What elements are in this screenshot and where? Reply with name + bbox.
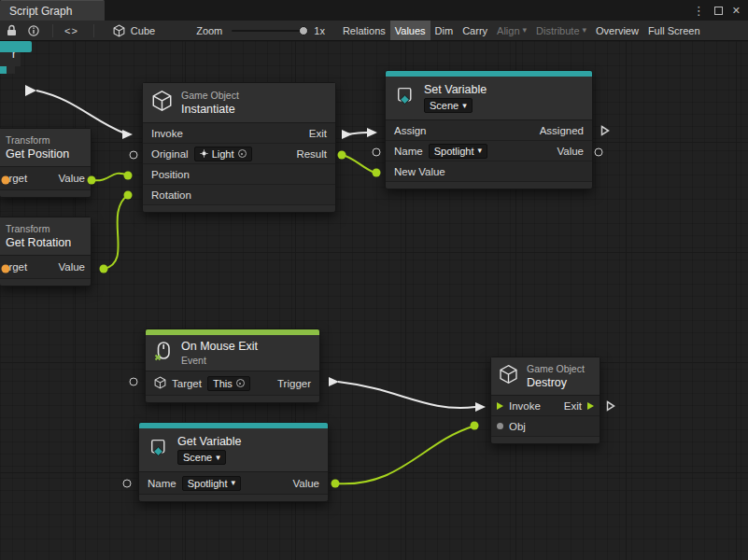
- node-category: Game Object: [181, 90, 239, 101]
- exit-port-label: Exit: [564, 400, 582, 412]
- port-assigned-output[interactable]: [600, 123, 610, 140]
- node-header: Game Object Instantiate: [143, 83, 335, 122]
- variable-scope-dropdown[interactable]: Scene ▾: [177, 450, 226, 465]
- node-destroy[interactable]: Game Object Destroy Invoke Exit Obj: [490, 357, 600, 444]
- node-title: Get Position: [6, 147, 69, 161]
- cube-icon: [113, 24, 125, 37]
- values-button[interactable]: Values: [390, 21, 430, 40]
- relations-button[interactable]: Relations: [338, 21, 390, 40]
- result-port-label: Result: [296, 148, 327, 160]
- zoom-label: Zoom: [196, 25, 222, 36]
- align-button[interactable]: Align▾: [492, 21, 531, 40]
- node-title: Instantiate: [181, 103, 239, 116]
- chevron-down-icon: ▾: [478, 147, 483, 155]
- object-picker-icon[interactable]: [236, 379, 245, 387]
- zoom-value: 1x: [314, 25, 325, 36]
- full-screen-button[interactable]: Full Screen: [643, 21, 705, 40]
- graph-canvas[interactable]: r Transform Get Position arget Value Tra…: [0, 41, 748, 560]
- port-name-input[interactable]: [123, 480, 132, 488]
- port-value-output[interactable]: [100, 265, 108, 273]
- node-header: Get Variable Scene ▾: [139, 428, 328, 471]
- variable-name-dropdown[interactable]: Spotlight ▾: [429, 144, 487, 159]
- node-on-mouse-exit[interactable]: On Mouse Exit Event Target This Trigger: [145, 329, 320, 403]
- node-set-variable[interactable]: Set Variable Scene ▾ Assign Assigned Nam…: [385, 70, 593, 189]
- zoom-slider-handle[interactable]: [299, 26, 308, 35]
- code-view-icon[interactable]: <>: [64, 25, 78, 36]
- value-port-label: Value: [58, 261, 85, 273]
- port-name-input[interactable]: [373, 148, 381, 157]
- more-menu-icon[interactable]: ⋮: [693, 4, 705, 18]
- invoke-port-label: Invoke: [509, 400, 541, 412]
- assigned-port-label: Assigned: [540, 125, 584, 136]
- chevron-down-icon: ▾: [462, 102, 467, 110]
- new-value-port-label: New Value: [394, 166, 445, 177]
- port-value-output[interactable]: [332, 480, 340, 488]
- port-value-output[interactable]: [595, 148, 603, 157]
- tab-script-graph[interactable]: Script Graph: [0, 0, 105, 21]
- close-icon[interactable]: ✕: [732, 5, 741, 17]
- scope-value: Scene: [430, 100, 459, 111]
- port-row: Name Spotlight ▾ Value: [139, 472, 328, 495]
- node-category: Transform: [6, 223, 71, 234]
- clipped-node-accent[interactable]: [0, 41, 32, 52]
- object-picker-icon[interactable]: [238, 149, 247, 158]
- port-result-output[interactable]: [338, 151, 346, 160]
- port-value-output[interactable]: [88, 176, 96, 185]
- port-exit-output[interactable]: [606, 399, 615, 415]
- object-field-value: Light: [212, 148, 234, 160]
- node-title: Destroy: [527, 376, 585, 389]
- port-row: Name Spotlight ▾ Value: [386, 141, 592, 161]
- object-field-this[interactable]: This: [207, 376, 250, 391]
- port-target-self[interactable]: [2, 265, 10, 273]
- flow-arrow-icon: [497, 402, 503, 410]
- port-row: Position: [143, 164, 335, 185]
- variable-name-value: Spotlight: [434, 146, 474, 157]
- port-rotation-input[interactable]: [124, 191, 133, 200]
- maximize-icon[interactable]: [714, 7, 723, 15]
- node-instantiate[interactable]: Game Object Instantiate Invoke Exit Orig…: [142, 82, 336, 213]
- port-row: Original Light Result: [143, 144, 335, 164]
- variable-name-dropdown[interactable]: Spotlight ▾: [182, 476, 241, 491]
- port-obj-input[interactable]: [471, 422, 479, 430]
- node-get-position[interactable]: Transform Get Position arget Value: [0, 128, 92, 198]
- chevron-down-icon: ▾: [216, 454, 220, 462]
- node-get-rotation[interactable]: Transform Get Rotation arget Value: [0, 217, 92, 287]
- object-field-value: This: [213, 378, 233, 389]
- port-row: Assign Assigned: [386, 120, 592, 141]
- node-subtitle: Event: [181, 355, 258, 366]
- node-header: Game Object Destroy: [491, 357, 600, 395]
- port-target-self[interactable]: [2, 176, 10, 185]
- node-title: Set Variable: [424, 83, 487, 96]
- port-position-input[interactable]: [124, 172, 133, 180]
- variable-scope-dropdown[interactable]: Scene ▾: [424, 98, 473, 113]
- lock-icon[interactable]: [7, 24, 17, 36]
- wires-layer: [0, 41, 748, 560]
- object-field-light[interactable]: Light: [194, 147, 252, 161]
- overview-button[interactable]: Overview: [591, 21, 643, 40]
- port-row: New Value: [386, 161, 592, 182]
- info-icon[interactable]: [28, 25, 39, 36]
- value-port-label: Value: [58, 173, 85, 184]
- distribute-button[interactable]: Distribute▾: [531, 21, 591, 40]
- tab-bar: Script Graph ⋮ ✕: [0, 0, 748, 21]
- port-row: arget Value: [0, 256, 91, 279]
- port-row: Obj: [491, 416, 600, 437]
- exit-port-label: Exit: [309, 128, 327, 139]
- original-port-label: Original: [151, 148, 189, 160]
- variable-icon: [148, 438, 169, 463]
- carry-button[interactable]: Carry: [458, 21, 492, 40]
- light-icon: [200, 148, 208, 160]
- node-title: Get Rotation: [6, 236, 71, 249]
- port-new-value-input[interactable]: [373, 169, 381, 177]
- node-title: Get Variable: [177, 435, 242, 448]
- dim-button[interactable]: Dim: [430, 21, 459, 40]
- toolbar-separator: [93, 24, 94, 37]
- value-port-label: Value: [292, 478, 319, 489]
- node-get-variable[interactable]: Get Variable Scene ▾ Name Spotlight ▾ Va…: [138, 422, 329, 502]
- zoom-slider[interactable]: [232, 30, 306, 32]
- port-original-input[interactable]: [130, 151, 138, 160]
- mouse-icon: [154, 341, 173, 366]
- toolbar-separator: [52, 24, 53, 37]
- port-target-input[interactable]: [130, 378, 138, 386]
- node-title: On Mouse Exit: [181, 340, 258, 353]
